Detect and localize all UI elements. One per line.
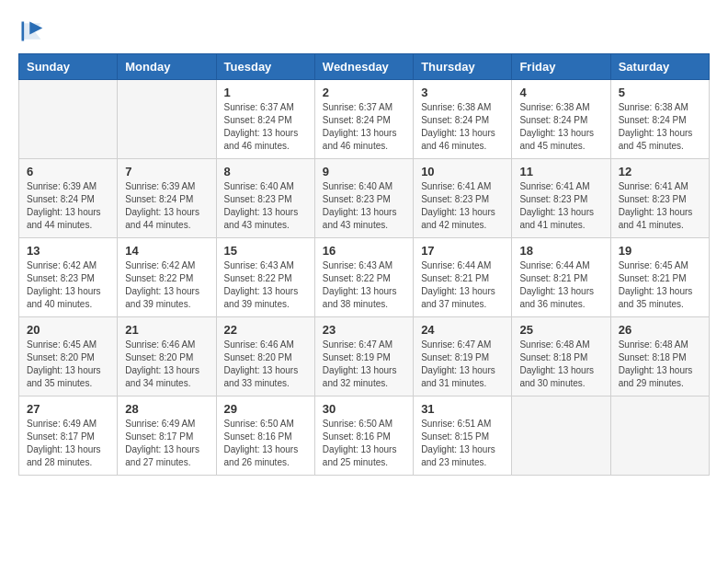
weekday-header-saturday: Saturday <box>610 54 709 80</box>
day-info: Sunrise: 6:38 AMSunset: 8:24 PMDaylight:… <box>421 101 504 153</box>
day-info: Sunrise: 6:41 AMSunset: 8:23 PMDaylight:… <box>421 180 504 232</box>
day-number: 6 <box>27 165 109 178</box>
table-cell: 23Sunrise: 6:47 AMSunset: 8:19 PMDayligh… <box>314 317 413 396</box>
table-cell: 18Sunrise: 6:44 AMSunset: 8:21 PMDayligh… <box>512 238 610 317</box>
week-row-2: 6Sunrise: 6:39 AMSunset: 8:24 PMDaylight… <box>19 159 710 238</box>
day-number: 5 <box>619 86 701 99</box>
day-info: Sunrise: 6:42 AMSunset: 8:23 PMDaylight:… <box>27 259 109 311</box>
table-cell: 7Sunrise: 6:39 AMSunset: 8:24 PMDaylight… <box>118 159 216 238</box>
table-cell: 16Sunrise: 6:43 AMSunset: 8:22 PMDayligh… <box>314 238 413 317</box>
day-info: Sunrise: 6:45 AMSunset: 8:21 PMDaylight:… <box>619 259 701 311</box>
day-number: 19 <box>619 244 701 258</box>
table-cell <box>118 80 216 159</box>
day-info: Sunrise: 6:38 AMSunset: 8:24 PMDaylight:… <box>519 101 602 153</box>
table-cell: 19Sunrise: 6:45 AMSunset: 8:21 PMDayligh… <box>610 238 709 317</box>
day-number: 15 <box>224 244 307 258</box>
day-number: 20 <box>27 323 109 337</box>
day-info: Sunrise: 6:48 AMSunset: 8:18 PMDaylight:… <box>519 339 602 390</box>
day-info: Sunrise: 6:50 AMSunset: 8:16 PMDaylight:… <box>323 418 405 469</box>
day-info: Sunrise: 6:39 AMSunset: 8:24 PMDaylight:… <box>27 180 109 232</box>
table-cell: 10Sunrise: 6:41 AMSunset: 8:23 PMDayligh… <box>414 159 512 238</box>
table-cell: 11Sunrise: 6:41 AMSunset: 8:23 PMDayligh… <box>512 159 610 238</box>
weekday-header-row: SundayMondayTuesdayWednesdayThursdayFrid… <box>19 54 710 80</box>
table-cell: 30Sunrise: 6:50 AMSunset: 8:16 PMDayligh… <box>314 396 413 476</box>
table-cell: 9Sunrise: 6:40 AMSunset: 8:23 PMDaylight… <box>314 159 413 238</box>
weekday-header-wednesday: Wednesday <box>314 54 413 80</box>
day-info: Sunrise: 6:44 AMSunset: 8:21 PMDaylight:… <box>421 259 504 311</box>
calendar-table: SundayMondayTuesdayWednesdayThursdayFrid… <box>18 53 710 476</box>
day-number: 7 <box>125 165 208 178</box>
table-cell <box>19 80 118 159</box>
day-info: Sunrise: 6:49 AMSunset: 8:17 PMDaylight:… <box>27 418 109 469</box>
table-cell <box>610 396 709 476</box>
table-cell: 31Sunrise: 6:51 AMSunset: 8:15 PMDayligh… <box>414 396 512 476</box>
day-number: 3 <box>421 86 504 99</box>
day-number: 18 <box>519 244 602 258</box>
table-cell: 5Sunrise: 6:38 AMSunset: 8:24 PMDaylight… <box>610 80 709 159</box>
day-info: Sunrise: 6:44 AMSunset: 8:21 PMDaylight:… <box>519 259 602 311</box>
day-number: 29 <box>224 402 307 416</box>
day-number: 28 <box>125 402 208 416</box>
table-cell: 27Sunrise: 6:49 AMSunset: 8:17 PMDayligh… <box>19 396 118 476</box>
table-cell: 20Sunrise: 6:45 AMSunset: 8:20 PMDayligh… <box>19 317 118 396</box>
day-info: Sunrise: 6:43 AMSunset: 8:22 PMDaylight:… <box>323 259 405 311</box>
table-cell: 12Sunrise: 6:41 AMSunset: 8:23 PMDayligh… <box>610 159 709 238</box>
day-info: Sunrise: 6:39 AMSunset: 8:24 PMDaylight:… <box>125 180 208 232</box>
day-info: Sunrise: 6:40 AMSunset: 8:23 PMDaylight:… <box>224 180 307 232</box>
day-info: Sunrise: 6:49 AMSunset: 8:17 PMDaylight:… <box>125 418 208 469</box>
day-number: 30 <box>323 402 405 416</box>
table-cell: 26Sunrise: 6:48 AMSunset: 8:18 PMDayligh… <box>610 317 709 396</box>
weekday-header-sunday: Sunday <box>19 54 118 80</box>
day-number: 26 <box>619 323 701 337</box>
table-cell: 13Sunrise: 6:42 AMSunset: 8:23 PMDayligh… <box>19 238 118 317</box>
table-cell: 29Sunrise: 6:50 AMSunset: 8:16 PMDayligh… <box>216 396 314 476</box>
day-number: 4 <box>519 86 602 99</box>
day-number: 23 <box>323 323 405 337</box>
table-cell: 2Sunrise: 6:37 AMSunset: 8:24 PMDaylight… <box>314 80 413 159</box>
day-number: 14 <box>125 244 208 258</box>
table-cell: 22Sunrise: 6:46 AMSunset: 8:20 PMDayligh… <box>216 317 314 396</box>
weekday-header-monday: Monday <box>118 54 216 80</box>
day-number: 25 <box>519 323 602 337</box>
day-info: Sunrise: 6:45 AMSunset: 8:20 PMDaylight:… <box>27 339 109 390</box>
day-number: 9 <box>323 165 405 178</box>
table-cell: 15Sunrise: 6:43 AMSunset: 8:22 PMDayligh… <box>216 238 314 317</box>
day-info: Sunrise: 6:50 AMSunset: 8:16 PMDaylight:… <box>224 418 307 469</box>
logo-icon <box>18 18 44 44</box>
day-number: 24 <box>421 323 504 337</box>
day-info: Sunrise: 6:43 AMSunset: 8:22 PMDaylight:… <box>224 259 307 311</box>
day-info: Sunrise: 6:47 AMSunset: 8:19 PMDaylight:… <box>421 339 504 390</box>
day-info: Sunrise: 6:37 AMSunset: 8:24 PMDaylight:… <box>224 101 307 153</box>
day-number: 8 <box>224 165 307 178</box>
week-row-4: 20Sunrise: 6:45 AMSunset: 8:20 PMDayligh… <box>19 317 710 396</box>
day-number: 11 <box>519 165 602 178</box>
day-info: Sunrise: 6:51 AMSunset: 8:15 PMDaylight:… <box>421 418 504 469</box>
table-cell: 1Sunrise: 6:37 AMSunset: 8:24 PMDaylight… <box>216 80 314 159</box>
day-info: Sunrise: 6:42 AMSunset: 8:22 PMDaylight:… <box>125 259 208 311</box>
day-info: Sunrise: 6:47 AMSunset: 8:19 PMDaylight:… <box>323 339 405 390</box>
table-cell: 28Sunrise: 6:49 AMSunset: 8:17 PMDayligh… <box>118 396 216 476</box>
day-info: Sunrise: 6:41 AMSunset: 8:23 PMDaylight:… <box>519 180 602 232</box>
day-number: 12 <box>619 165 701 178</box>
table-cell <box>512 396 610 476</box>
day-number: 2 <box>323 86 405 99</box>
table-cell: 8Sunrise: 6:40 AMSunset: 8:23 PMDaylight… <box>216 159 314 238</box>
table-cell: 24Sunrise: 6:47 AMSunset: 8:19 PMDayligh… <box>414 317 512 396</box>
table-cell: 25Sunrise: 6:48 AMSunset: 8:18 PMDayligh… <box>512 317 610 396</box>
weekday-header-thursday: Thursday <box>414 54 512 80</box>
day-info: Sunrise: 6:41 AMSunset: 8:23 PMDaylight:… <box>619 180 701 232</box>
weekday-header-friday: Friday <box>512 54 610 80</box>
day-info: Sunrise: 6:46 AMSunset: 8:20 PMDaylight:… <box>224 339 307 390</box>
table-cell: 4Sunrise: 6:38 AMSunset: 8:24 PMDaylight… <box>512 80 610 159</box>
day-number: 17 <box>421 244 504 258</box>
day-number: 21 <box>125 323 208 337</box>
svg-rect-3 <box>22 22 25 41</box>
day-number: 27 <box>27 402 109 416</box>
day-info: Sunrise: 6:38 AMSunset: 8:24 PMDaylight:… <box>619 101 701 153</box>
week-row-3: 13Sunrise: 6:42 AMSunset: 8:23 PMDayligh… <box>19 238 710 317</box>
day-info: Sunrise: 6:37 AMSunset: 8:24 PMDaylight:… <box>323 101 405 153</box>
day-number: 22 <box>224 323 307 337</box>
day-info: Sunrise: 6:46 AMSunset: 8:20 PMDaylight:… <box>125 339 208 390</box>
weekday-header-tuesday: Tuesday <box>216 54 314 80</box>
day-number: 1 <box>224 86 307 99</box>
